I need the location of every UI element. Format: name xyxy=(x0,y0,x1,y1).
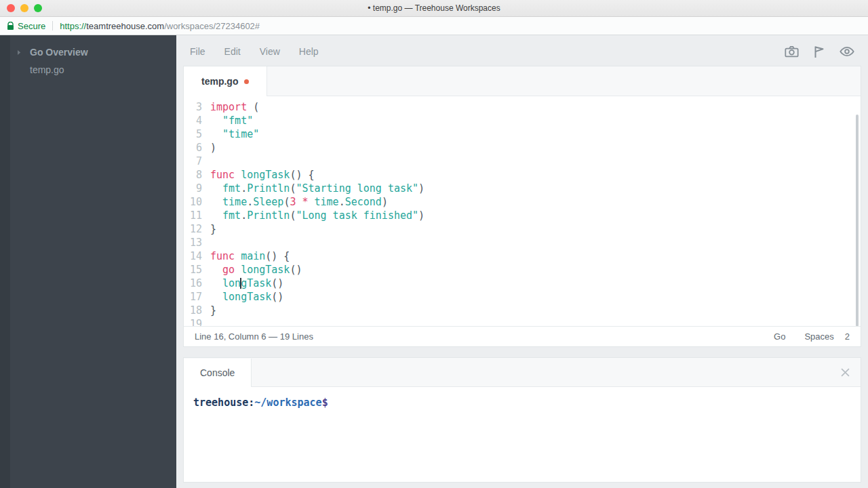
code-token: fmt xyxy=(222,209,241,222)
code-line: 12} xyxy=(184,222,861,236)
code-token: time xyxy=(222,196,247,208)
code-editor[interactable]: 3import (4 "fmt"5 "time"6)78func longTas… xyxy=(184,96,861,327)
line-number: 14 xyxy=(184,249,202,263)
console-tab[interactable]: Console xyxy=(184,359,252,387)
code-token: fmt xyxy=(222,182,241,195)
console-terminal[interactable]: treehouse:~/workspace$ xyxy=(184,387,861,409)
code-token: . xyxy=(247,196,253,208)
sidebar-item-temp-go[interactable]: temp.go xyxy=(0,61,176,79)
code-line: 9 fmt.Println("Starting long task") xyxy=(184,182,861,195)
unsaved-dot xyxy=(244,79,249,84)
code-token xyxy=(235,169,241,181)
code-token xyxy=(309,196,315,208)
code-line: 14func main() { xyxy=(184,249,861,263)
code-token: "fmt" xyxy=(222,115,253,127)
editor-statusbar: Line 16, Column 6 — 19 Lines Go Spaces 2 xyxy=(184,326,861,346)
code-token: Println xyxy=(247,182,290,195)
code-token: Sleep xyxy=(253,196,283,208)
menu-edit[interactable]: Edit xyxy=(224,46,241,57)
url-domain: teamtreehouse.com xyxy=(86,21,164,31)
code-line: 3import ( xyxy=(184,100,861,114)
indent-size-selector[interactable]: 2 xyxy=(845,331,850,342)
browser-titlebar: • temp.go — Treehouse Workspaces xyxy=(0,0,868,17)
line-number: 10 xyxy=(184,195,202,209)
zoom-window-button[interactable] xyxy=(34,4,42,12)
menu-view[interactable]: View xyxy=(260,46,280,57)
close-window-button[interactable] xyxy=(7,4,15,12)
code-line: 7 xyxy=(184,155,861,168)
code-line: 4 "fmt" xyxy=(184,114,861,127)
code-token: ) xyxy=(210,142,216,154)
editor-tab-temp-go[interactable]: temp.go xyxy=(184,66,267,96)
line-number: 9 xyxy=(184,182,202,195)
code-line: 15 go longTask() xyxy=(184,263,861,277)
code-token: import xyxy=(210,101,247,113)
code-token: . xyxy=(241,182,247,195)
editor-scrollbar[interactable] xyxy=(856,115,859,327)
terminal-prompt: treehouse:~/workspace$ xyxy=(193,396,328,409)
line-number: 5 xyxy=(184,127,202,141)
sidebar-items: Go Overviewtemp.go xyxy=(0,43,176,79)
code-token: Second xyxy=(345,196,382,208)
indent-type-selector[interactable]: Spaces xyxy=(804,331,833,342)
line-number: 16 xyxy=(184,277,202,290)
console-tab-label: Console xyxy=(200,367,235,378)
prompt-token: ~/workspace xyxy=(254,396,321,409)
code-token xyxy=(210,277,222,289)
prompt-token: : xyxy=(248,396,254,409)
line-number: 13 xyxy=(184,236,202,249)
code-token: () { xyxy=(290,169,314,181)
url-scheme: https:// xyxy=(60,21,86,31)
code-token: go xyxy=(222,264,235,276)
line-number: 19 xyxy=(184,317,202,327)
eye-icon[interactable] xyxy=(840,46,854,57)
code-token: . xyxy=(241,209,247,222)
code-line: 5 "time" xyxy=(184,127,861,141)
code-line: 10 time.Sleep(3 * time.Second) xyxy=(184,195,861,209)
console-tabbar: Console xyxy=(184,358,861,387)
editor-panel: temp.go 3import (4 "fmt"5 "time"6)78func… xyxy=(183,66,861,347)
line-number: 17 xyxy=(184,290,202,304)
cursor-position-status: Line 16, Column 6 — 19 Lines xyxy=(195,331,313,342)
line-number: 18 xyxy=(184,304,202,317)
code-line: 8func longTask() { xyxy=(184,168,861,182)
code-token: () { xyxy=(265,250,290,262)
flag-icon[interactable] xyxy=(814,45,825,58)
code-token: func xyxy=(210,250,235,262)
line-number: 6 xyxy=(184,141,202,155)
sidebar-item-go-overview[interactable]: Go Overview xyxy=(0,43,176,61)
code-token: time xyxy=(315,196,339,208)
code-line: 19 xyxy=(184,317,861,327)
line-number: 12 xyxy=(184,222,202,236)
menu-help[interactable]: Help xyxy=(299,46,319,57)
address-bar[interactable]: Secure https://teamtreehouse.com/workspa… xyxy=(0,17,868,35)
lock-icon xyxy=(7,22,14,30)
chevron-right-icon xyxy=(16,49,30,56)
code-token: longTask xyxy=(222,291,271,303)
code-token: } xyxy=(210,223,216,235)
console-panel: Console treehouse:~/workspace$ xyxy=(183,357,861,483)
window-title: • temp.go — Treehouse Workspaces xyxy=(0,0,868,16)
line-number: 8 xyxy=(184,168,202,182)
line-number: 7 xyxy=(184,155,202,168)
code-token: main xyxy=(241,250,265,262)
prompt-token: treehouse xyxy=(193,396,248,409)
code-token xyxy=(210,182,222,195)
minimize-window-button[interactable] xyxy=(20,4,28,12)
url-divider xyxy=(52,21,53,30)
language-mode-selector[interactable]: Go xyxy=(774,331,785,342)
camera-icon[interactable] xyxy=(785,45,799,58)
line-number: 4 xyxy=(184,114,202,127)
code-token: ) xyxy=(418,209,425,222)
menubar-icons xyxy=(785,39,854,64)
line-number: 15 xyxy=(184,263,202,277)
close-console-icon[interactable] xyxy=(841,368,850,377)
code-token: ) xyxy=(418,182,425,195)
code-line: 17 longTask() xyxy=(184,290,861,304)
code-token: Println xyxy=(247,209,290,222)
menu-file[interactable]: File xyxy=(190,46,205,57)
url-path: /workspaces/27234602# xyxy=(164,21,260,31)
code-token xyxy=(210,291,222,303)
file-sidebar: Go Overviewtemp.go xyxy=(0,35,176,488)
code-token: longTask xyxy=(241,264,290,276)
